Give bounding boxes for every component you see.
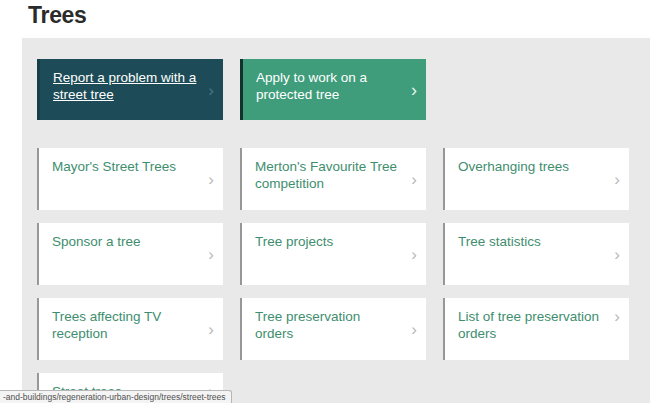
chevron-right-icon: › bbox=[411, 246, 417, 263]
card-apply-work-protected-tree[interactable]: Apply to work on a protected tree › bbox=[240, 59, 426, 120]
link-preview-status-bar: -and-buildings/regeneration-urban-design… bbox=[0, 390, 232, 403]
card-label: Tree preservation orders bbox=[255, 309, 360, 341]
chevron-right-icon: › bbox=[208, 81, 214, 98]
page-title: Trees bbox=[28, 0, 87, 30]
card-label: Trees affecting TV reception bbox=[52, 309, 161, 341]
card-tree-statistics[interactable]: Tree statistics › bbox=[443, 223, 629, 285]
chevron-right-icon: › bbox=[208, 171, 214, 188]
card-overhanging-trees[interactable]: Overhanging trees › bbox=[443, 148, 629, 210]
featured-links-row: Report a problem with a street tree › Ap… bbox=[37, 59, 635, 120]
card-label: Merton's Favourite Tree competition bbox=[255, 159, 397, 191]
chevron-right-icon: › bbox=[614, 246, 620, 263]
trees-links-panel: Report a problem with a street tree › Ap… bbox=[22, 38, 650, 403]
chevron-right-icon: › bbox=[411, 171, 417, 188]
card-label: List of tree preservation orders bbox=[458, 309, 599, 341]
links-grid: Mayor's Street Trees › Merton's Favourit… bbox=[37, 148, 635, 403]
card-label: Apply to work on a protected tree bbox=[256, 70, 367, 102]
card-mertons-favourite-tree-competition[interactable]: Merton's Favourite Tree competition › bbox=[240, 148, 426, 210]
chevron-right-icon: › bbox=[208, 321, 214, 338]
card-list-of-tree-preservation-orders[interactable]: List of tree preservation orders › bbox=[443, 298, 629, 360]
chevron-right-icon: › bbox=[208, 246, 214, 263]
chevron-right-icon: › bbox=[614, 308, 620, 325]
card-label: Sponsor a tree bbox=[52, 234, 141, 249]
card-mayors-street-trees[interactable]: Mayor's Street Trees › bbox=[37, 148, 223, 210]
chevron-right-icon: › bbox=[411, 81, 417, 98]
card-report-problem-street-tree[interactable]: Report a problem with a street tree › bbox=[37, 59, 223, 120]
card-trees-affecting-tv-reception[interactable]: Trees affecting TV reception › bbox=[37, 298, 223, 360]
card-label: Tree projects bbox=[255, 234, 333, 249]
card-tree-preservation-orders[interactable]: Tree preservation orders › bbox=[240, 298, 426, 360]
card-label: Report a problem with a street tree bbox=[53, 70, 196, 102]
card-label: Overhanging trees bbox=[458, 159, 569, 174]
chevron-right-icon: › bbox=[614, 171, 620, 188]
card-tree-projects[interactable]: Tree projects › bbox=[240, 223, 426, 285]
card-sponsor-a-tree[interactable]: Sponsor a tree › bbox=[37, 223, 223, 285]
card-label: Mayor's Street Trees bbox=[52, 159, 176, 174]
chevron-right-icon: › bbox=[411, 321, 417, 338]
card-label: Tree statistics bbox=[458, 234, 541, 249]
